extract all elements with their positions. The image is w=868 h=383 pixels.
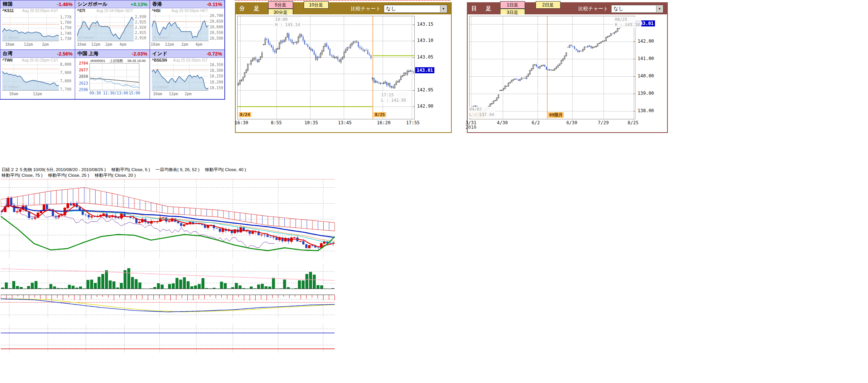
market-cell-sh000001: 中国 上海-2.03%sh000001 上证指数 08-25 15:002704… — [75, 50, 150, 99]
x-axis-label: 4pm — [120, 42, 127, 46]
y-axis-label: 7,700 — [60, 87, 71, 91]
x-axis-label: 16:30 — [235, 120, 248, 125]
yahoo-watermark: © Yahoo! — [153, 85, 169, 89]
market-change-pct: -1.46% — [57, 2, 73, 7]
x-axis-label: 8:55 — [271, 120, 282, 125]
asia-markets-grid: 韓国-1.46%^KS11Aug 25 02:55pm KST1,7701,76… — [0, 0, 225, 100]
tab-10分足[interactable]: 10分足 — [304, 1, 329, 9]
y-axis-label: 2,910 — [135, 36, 146, 40]
minute-panel-toolbar: 分 足 5分足10分足30分足 比較チャート なし ▼ — [236, 3, 451, 14]
y-axis-label: 2677 — [79, 68, 88, 72]
panel-title: 分 足 — [239, 5, 263, 12]
compare-chart-label: 比較チャート — [351, 5, 381, 12]
market-timestamp: Aug 25 01:25pm CST — [22, 58, 58, 62]
x-axis-label: 10am — [153, 92, 162, 96]
yahoo-watermark: © Yahoo! — [153, 36, 169, 40]
x-axis-label: 7/29 — [598, 120, 609, 125]
x-axis-label: 12pm — [24, 42, 33, 46]
y-axis-label: 1,740 — [60, 31, 71, 36]
tech-chart-panel-1: 日経２２５先物 10/09( 5分, 2010/08/20 - 2010/08/… — [1, 166, 357, 383]
market-change-pct: -2.03% — [132, 51, 147, 57]
y-axis-label: 142.00 — [638, 39, 654, 44]
y-axis-label: 2,920 — [135, 25, 146, 29]
x-axis-label: 09:30 — [90, 91, 101, 95]
minute-tabs: 5分足10分足30分足 — [268, 1, 349, 16]
compare-chart-value: なし — [386, 5, 396, 12]
x-axis-label: 17:55 — [406, 120, 420, 125]
y-axis-label: 139.00 — [638, 91, 654, 96]
x-axis-label: 10:35 — [304, 120, 318, 125]
candlestick-chart — [469, 16, 635, 119]
session-date-label: 09限月 — [548, 112, 564, 118]
x-axis-label: 16:20 — [377, 120, 391, 125]
x-axis-label: 6/2 — [532, 120, 540, 125]
market-cell-header: 台湾-2.56% — [0, 50, 75, 58]
y-axis-label: 143.15 — [417, 22, 433, 27]
market-symbol: ^BSESN — [152, 58, 167, 62]
x-axis-label: 10am — [77, 42, 86, 46]
chevron-down-icon[interactable]: ▼ — [656, 6, 663, 12]
market-name: 香港 — [152, 1, 162, 8]
x-axis-label: 2pm — [42, 42, 49, 46]
y-axis-label: 18,250 — [210, 74, 223, 78]
red-dotted-separator — [235, 0, 450, 1]
y-axis-label: 140.00 — [638, 73, 654, 79]
y-axis-label: 2623 — [79, 81, 88, 85]
compare-chart-select[interactable]: なし ▼ — [611, 5, 663, 13]
current-price-tag: 143.01 — [415, 67, 434, 73]
x-axis-label: 12pm — [165, 42, 174, 46]
x-axis-label: 8/25 — [628, 120, 639, 125]
compare-chart-select[interactable]: なし ▼ — [384, 5, 447, 13]
market-cell-^STI: シンガポール+0.13%^STIAug 25 04:59pm SGT2,9302… — [75, 0, 150, 50]
market-cell-^BSESN: インド-0.72%^BSESNAug 25 03:30pm IST18,3501… — [150, 50, 225, 99]
yahoo-watermark: © Yahoo! — [79, 36, 94, 40]
y-axis-label: 2596 — [79, 88, 88, 92]
x-axis-label: 12pm — [91, 42, 100, 46]
y-axis-label: 143.05 — [417, 54, 433, 60]
chart-annotation: 08/25 H : 143.14 — [613, 17, 641, 28]
tab-1日足[interactable]: 1日足 — [500, 1, 525, 9]
y-axis-label: 8,000 — [60, 62, 71, 66]
y-axis-label: 2650 — [79, 74, 88, 79]
chevron-down-icon[interactable]: ▼ — [440, 6, 446, 12]
tab-5分足[interactable]: 5分足 — [268, 1, 293, 9]
session-date-label: 8/24 — [239, 112, 251, 117]
market-symbol: ^STI — [77, 9, 85, 13]
market-timestamp: Aug 25 03:59pm HKT — [171, 9, 208, 13]
y-axis-label: 142.95 — [417, 87, 433, 93]
market-cell-body: ^STIAug 25 04:59pm SGT2,9302,9252,9202,9… — [75, 8, 150, 49]
y-axis-label: 2,930 — [135, 15, 146, 19]
chart-title-line1: 日経２２５先物 10/09( 5分, 2010/08/20 - 2010/08/… — [2, 167, 246, 173]
market-cell-header: 香港-0.11% — [150, 0, 224, 8]
market-cell-body: ^KS11Aug 25 02:55pm KST1,7701,7601,7501,… — [0, 8, 75, 49]
x-axis-label: 4/30 — [497, 120, 508, 125]
x-axis-label: 11:30/13:00 — [103, 91, 128, 95]
compare-chart-value: なし — [613, 5, 624, 12]
daily-chart-area: 142.00141.00140.00139.00138.00143.013/31… — [468, 14, 667, 132]
market-timestamp: Aug 25 04:59pm SGT — [96, 9, 133, 13]
market-name: 韓国 — [3, 1, 12, 8]
candlestick-chart — [237, 16, 415, 119]
x-axis-label: 10am — [151, 42, 160, 46]
y-axis-label: 20,700 — [210, 14, 223, 18]
y-axis-label: 1,770 — [60, 15, 71, 19]
market-cell-body: ^BSESNAug 25 03:30pm IST18,35018,30018,2… — [150, 58, 224, 99]
y-axis-label: 2704 — [79, 61, 88, 65]
y-axis-label: 1,730 — [60, 37, 71, 41]
y-axis-label: 2,915 — [135, 31, 146, 35]
tab-2日足[interactable]: 2日足 — [536, 1, 561, 9]
y-axis-label: 7,800 — [60, 79, 71, 83]
market-change-pct: -0.11% — [207, 2, 222, 7]
technical-chart-canvas — [1, 179, 337, 357]
market-cell-header: シンガポール+0.13% — [75, 0, 150, 8]
x-axis-label: 4pm — [196, 42, 202, 46]
market-change-pct: -0.72% — [207, 51, 222, 57]
market-cell-header: インド-0.72% — [150, 50, 224, 58]
sina-watermark: sina.com — [124, 83, 136, 87]
market-timestamp: Aug 25 02:55pm KST — [22, 9, 58, 13]
market-cell-header: 韓国-1.46% — [0, 0, 75, 8]
x-axis-year-label: 2010 — [465, 125, 476, 130]
market-cell-^TWII: 台湾-2.56%^TWIIAug 25 01:25pm CST8,0007,90… — [0, 50, 75, 99]
market-name: 中国 上海 — [77, 50, 99, 57]
market-cell-body: sh000001 上证指数 08-25 15:00270426772650262… — [75, 58, 150, 99]
